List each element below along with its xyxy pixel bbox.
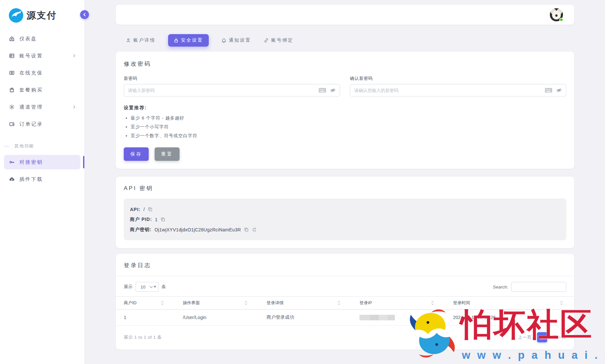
keyboard-icon[interactable] — [319, 88, 326, 93]
unit-label: 条 — [162, 284, 166, 290]
sort-icon[interactable] — [560, 301, 563, 305]
tab-security-settings[interactable]: 安全设置 — [168, 34, 209, 47]
sort-icon[interactable] — [337, 301, 340, 305]
search-label: Search: — [493, 285, 508, 289]
column-header-merchant-id[interactable]: 商户ID — [116, 297, 175, 310]
logo[interactable]: 源支付 — [0, 0, 84, 32]
tabs: 账户详情 安全设置 通知设置 账号绑定 — [126, 33, 574, 47]
link-icon — [264, 38, 269, 43]
chevron-right-icon — [73, 105, 76, 109]
main-content: 账户详情 安全设置 通知设置 账号绑定 修改密码 新密码 — [85, 0, 605, 364]
redacted-ip-blur — [359, 315, 395, 320]
avatar[interactable] — [550, 8, 563, 21]
tips-list: 最少 6 个字符 - 越多越好 至少一个小写字符 至少一个数字、符号或空白字符 — [131, 115, 566, 139]
cell-merchant-id: 1 — [116, 310, 175, 326]
id-card-icon — [9, 53, 15, 59]
sidebar-section-other: 其他功能 — [4, 143, 80, 149]
table-row[interactable]: 1 /User/Login 商户登录成功 2024-06-19 22:14:26 — [116, 310, 574, 326]
login-log-table: 商户ID 操作界面 登录详情 登录IP 登录时间 1 /User/Login 商… — [116, 296, 574, 326]
sidebar-item-orders[interactable]: 订单记录 — [4, 117, 80, 131]
eye-off-icon[interactable] — [330, 87, 336, 93]
sidebar-item-recharge[interactable]: 在线充值 — [4, 66, 80, 80]
merchant-pid-row: 商户 PID: 1 — [130, 214, 560, 225]
column-header-login-ip[interactable]: 登录IP — [352, 297, 445, 310]
tip-item: 至少一个小写字符 — [131, 124, 566, 130]
search-input[interactable] — [511, 282, 566, 292]
column-header-login-time[interactable]: 登录时间 — [445, 297, 574, 310]
sidebar-item-label: 套餐购买 — [19, 87, 43, 93]
card-title: 修改密码 — [124, 60, 566, 68]
next-page-button[interactable]: 下一页 — [552, 334, 566, 340]
tab-label: 账户详情 — [133, 37, 156, 43]
sidebar-item-label: 在线充值 — [19, 70, 43, 76]
cell-login-detail: 商户登录成功 — [259, 310, 352, 326]
sidebar-item-account-settings[interactable]: 账号设置 — [4, 49, 80, 63]
money-icon — [9, 70, 15, 76]
tab-label: 账号绑定 — [271, 37, 293, 43]
save-button[interactable]: 保存 — [124, 147, 149, 161]
online-status-dot — [559, 18, 563, 22]
chevron-left-icon — [83, 13, 86, 16]
cloud-download-icon — [9, 176, 15, 182]
new-password-input[interactable] — [128, 88, 315, 93]
copy-icon[interactable] — [244, 227, 249, 232]
pagination-info: 展示 1 to 1 of 1 条 — [124, 334, 162, 340]
sidebar-item-api-keys[interactable]: 对接密钥 — [4, 155, 80, 169]
tab-account-binding[interactable]: 账号绑定 — [264, 37, 293, 43]
api-key-card: API 密钥 API: / 商户 PID: 1 商户密钥: Oj1wjXYV1d… — [116, 177, 574, 248]
confirm-password-label: 确认新密码 — [350, 75, 566, 81]
home-icon — [9, 36, 15, 42]
eye-off-icon[interactable] — [556, 87, 562, 93]
tips-title: 设置推荐: — [124, 105, 566, 111]
sort-icon[interactable] — [245, 301, 248, 305]
sidebar-item-channels[interactable]: 通道管理 — [4, 100, 80, 114]
cell-login-time: 2024-06-19 22:14:26 — [445, 310, 574, 326]
copy-icon[interactable] — [148, 207, 153, 212]
new-password-label: 新密码 — [124, 75, 340, 81]
cell-operation-page: /User/Login — [175, 310, 259, 326]
tab-account-details[interactable]: 账户详情 — [126, 37, 156, 43]
current-page-button[interactable]: 1 — [537, 332, 547, 342]
sort-icon[interactable] — [161, 301, 164, 305]
sidebar-menu: 仪表盘 账号设置 在线充值 套餐购买 通道 — [0, 32, 84, 186]
tab-notification-settings[interactable]: 通知设置 — [221, 37, 251, 43]
merchant-secret-label: 商户密钥: — [130, 227, 152, 233]
column-header-operation-page[interactable]: 操作界面 — [175, 297, 259, 310]
copy-icon[interactable] — [161, 217, 165, 222]
chevron-right-icon — [73, 54, 76, 57]
lock-icon — [174, 38, 179, 43]
section-dash — [4, 146, 9, 146]
key-icon — [9, 159, 15, 165]
regenerate-key-icon[interactable] — [252, 227, 257, 232]
sort-icon[interactable] — [431, 301, 434, 305]
logo-icon — [9, 8, 24, 23]
logo-text: 源支付 — [27, 9, 57, 22]
api-url-value: / — [143, 207, 145, 212]
sidebar-item-label: 对接密钥 — [19, 159, 43, 165]
tab-label: 通知设置 — [229, 37, 251, 43]
gear-icon — [9, 104, 15, 110]
page-size-value: 10 — [140, 285, 145, 289]
sidebar-item-package[interactable]: 套餐购买 — [4, 83, 80, 97]
api-url-row: API: / — [130, 204, 560, 214]
column-header-login-detail[interactable]: 登录详情 — [259, 297, 352, 310]
api-url-label: API: — [130, 207, 140, 212]
sidebar-collapse-button[interactable] — [80, 10, 89, 19]
reset-button[interactable]: 重置 — [155, 147, 180, 161]
shopping-bag-icon — [9, 87, 15, 93]
sidebar-item-label: 仪表盘 — [19, 36, 37, 42]
keyboard-icon[interactable] — [545, 88, 552, 93]
page-size-select[interactable]: 10 — [136, 282, 159, 292]
prev-page-button[interactable]: 上一页 — [518, 334, 532, 340]
api-key-box: API: / 商户 PID: 1 商户密钥: Oj1wjXYV1djdxO1jC… — [124, 199, 566, 240]
wallet-icon — [9, 121, 15, 127]
confirm-password-input[interactable] — [354, 88, 541, 93]
chevron-down-icon — [149, 286, 156, 288]
sidebar-item-dashboard[interactable]: 仪表盘 — [4, 32, 80, 46]
pagination: 上一页 1 下一页 — [518, 332, 566, 342]
merchant-secret-row: 商户密钥: Oj1wjXYV1djdxO1jC28UgzRciNamEu3R — [130, 225, 560, 235]
tip-item: 至少一个数字、符号或空白字符 — [131, 133, 566, 139]
confirm-password-field-wrap — [350, 84, 566, 96]
sidebar-item-plugin-download[interactable]: 插件下载 — [4, 172, 80, 186]
sidebar-item-label: 通道管理 — [19, 104, 43, 110]
